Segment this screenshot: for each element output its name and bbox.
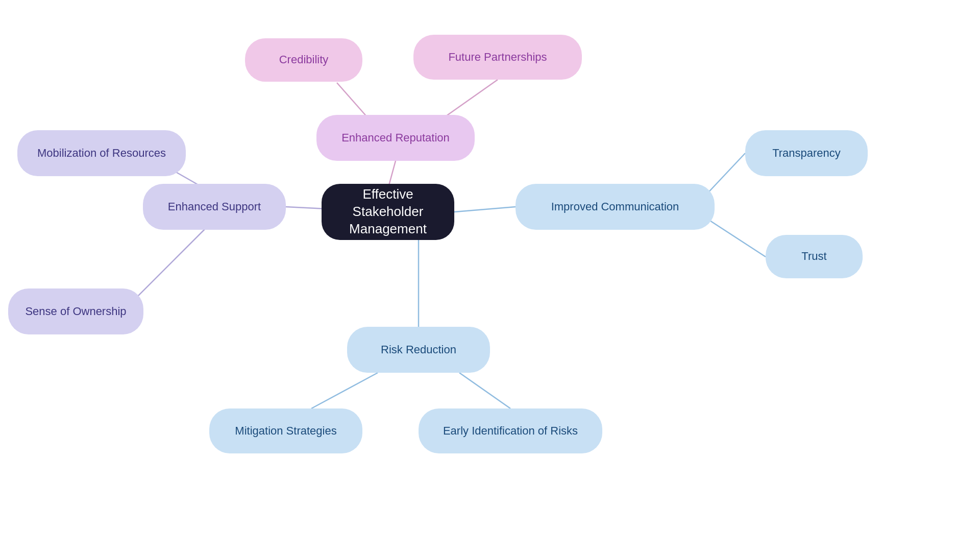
mobilization-node: Mobilization of Resources [17, 130, 186, 176]
future-partnerships-node: Future Partnerships [413, 35, 582, 80]
early-identification-label: Early Identification of Risks [443, 424, 578, 439]
enhanced-reputation-node: Enhanced Reputation [316, 115, 475, 161]
risk-reduction-label: Risk Reduction [381, 343, 456, 357]
credibility-label: Credibility [279, 53, 329, 67]
mobilization-label: Mobilization of Resources [37, 146, 166, 161]
early-identification-node: Early Identification of Risks [419, 408, 602, 453]
transparency-node: Transparency [745, 130, 868, 176]
improved-communication-label: Improved Communication [551, 200, 679, 214]
mitigation-node: Mitigation Strategies [209, 408, 362, 453]
sense-ownership-label: Sense of Ownership [25, 304, 126, 319]
enhanced-reputation-label: Enhanced Reputation [341, 131, 450, 146]
future-partnerships-label: Future Partnerships [448, 50, 547, 65]
sense-ownership-node: Sense of Ownership [8, 288, 143, 334]
enhanced-support-label: Enhanced Support [168, 200, 261, 214]
svg-line-4 [337, 83, 368, 117]
credibility-node: Credibility [245, 38, 362, 82]
enhanced-support-node: Enhanced Support [143, 184, 286, 230]
svg-line-10 [311, 373, 378, 408]
mitigation-label: Mitigation Strategies [235, 424, 336, 439]
trust-node: Trust [766, 235, 863, 278]
center-label: Effective Stakeholder Management [336, 186, 440, 237]
trust-label: Trust [801, 249, 826, 264]
svg-line-11 [459, 373, 510, 408]
svg-line-5 [444, 80, 498, 117]
center-node: Effective Stakeholder Management [322, 184, 454, 240]
transparency-label: Transparency [772, 146, 841, 161]
improved-communication-node: Improved Communication [516, 184, 715, 230]
svg-line-7 [704, 153, 745, 197]
svg-line-8 [704, 217, 766, 257]
svg-line-6 [454, 207, 516, 212]
risk-reduction-node: Risk Reduction [347, 327, 490, 373]
